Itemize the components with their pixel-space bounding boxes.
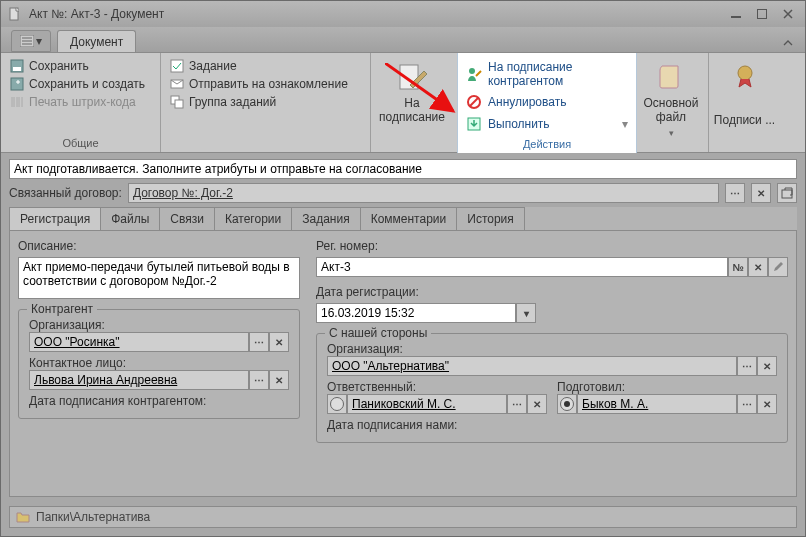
ellipsis-button[interactable]: ⋯ xyxy=(249,332,269,352)
linked-contract-row: Связанный договор: Договор №: Дог.-2 ⋯ ✕ xyxy=(1,183,805,207)
our-org-input[interactable] xyxy=(327,356,737,376)
minimize-button[interactable] xyxy=(725,6,747,22)
ellipsis-button[interactable]: ⋯ xyxy=(737,394,757,414)
print-barcode-button: Печать штрих-кода xyxy=(7,93,154,111)
clear-button[interactable]: ✕ xyxy=(527,394,547,414)
clear-button[interactable]: ✕ xyxy=(757,356,777,376)
reg-date-input[interactable] xyxy=(316,303,516,323)
svg-rect-15 xyxy=(171,60,183,72)
svg-point-24 xyxy=(738,66,752,80)
svg-rect-9 xyxy=(11,78,23,90)
contragent-org-input[interactable] xyxy=(29,332,249,352)
tab-categories[interactable]: Категории xyxy=(214,207,292,230)
chevron-down-icon: ▾ xyxy=(622,117,628,131)
reg-no-input[interactable] xyxy=(316,257,728,277)
folder-icon xyxy=(16,511,30,523)
svg-rect-1 xyxy=(731,16,741,18)
status-field xyxy=(9,159,797,179)
window-title: Акт №: Акт-3 - Документ xyxy=(29,7,721,21)
clear-button[interactable]: ✕ xyxy=(269,332,289,352)
open-button[interactable] xyxy=(777,183,797,203)
group-icon xyxy=(169,94,185,110)
scroll-icon xyxy=(654,60,688,94)
chevron-down-icon: ▾ xyxy=(669,128,674,138)
send-icon xyxy=(169,76,185,92)
sign-by-contragent-button[interactable]: На подписание контрагентом xyxy=(464,57,630,91)
svg-point-20 xyxy=(469,68,475,74)
tab-comments[interactable]: Комментарии xyxy=(360,207,458,230)
clear-button[interactable]: ✕ xyxy=(757,394,777,414)
ribbon-collapse-button[interactable] xyxy=(777,34,799,52)
clear-button[interactable]: ✕ xyxy=(751,183,771,203)
right-column: Рег. номер: № ✕ Дата регистрации: ▾ С на… xyxy=(316,239,788,488)
ellipsis-button[interactable]: ⋯ xyxy=(737,356,757,376)
medal-icon xyxy=(728,60,762,94)
prepared-input[interactable] xyxy=(577,394,737,414)
svg-rect-18 xyxy=(175,100,183,108)
ribbon-group-general: Сохранить Сохранить и создать Печать штр… xyxy=(1,53,161,152)
app-window: Акт №: Акт-3 - Документ ▾ Документ Сохра… xyxy=(0,0,806,537)
send-review-button[interactable]: Отправить на ознакомление xyxy=(167,75,364,93)
execute-icon xyxy=(466,116,482,132)
ribbon: Сохранить Сохранить и создать Печать штр… xyxy=(1,53,805,153)
save-icon xyxy=(9,58,25,74)
left-column: Описание: Контрагент Организация: ⋯ ✕ Ко… xyxy=(18,239,300,488)
document-icon xyxy=(7,6,23,22)
pencil-icon xyxy=(773,262,783,272)
tab-links[interactable]: Связи xyxy=(159,207,215,230)
svg-rect-26 xyxy=(782,190,792,198)
close-button[interactable] xyxy=(777,6,799,22)
linked-contract-field[interactable]: Договор №: Дог.-2 xyxy=(128,183,719,203)
edit-button[interactable] xyxy=(768,257,788,277)
title-bar: Акт №: Акт-3 - Документ xyxy=(1,1,805,27)
group-label-general: Общие xyxy=(7,135,154,152)
group-label-actions: Действия xyxy=(464,135,630,153)
description-input[interactable] xyxy=(18,257,300,299)
list-icon xyxy=(20,35,34,47)
tab-registration[interactable]: Регистрация xyxy=(9,207,101,230)
prepared-radio[interactable] xyxy=(557,394,577,414)
clear-button[interactable]: ✕ xyxy=(269,370,289,390)
contragent-group: Контрагент Организация: ⋯ ✕ Контактное л… xyxy=(18,309,300,419)
open-icon xyxy=(781,187,793,199)
task-group-button[interactable]: Группа заданий xyxy=(167,93,364,111)
path-bar[interactable]: Папки\Альтернатива xyxy=(9,506,797,528)
contact-input[interactable] xyxy=(29,370,249,390)
svg-rect-8 xyxy=(13,67,21,71)
ourside-group: С нашей стороны Организация: ⋯ ✕ Ответст… xyxy=(316,333,788,443)
status-input[interactable] xyxy=(9,159,797,179)
ribbon-tabstrip: ▾ Документ xyxy=(1,27,805,53)
sign-button[interactable]: На подписание xyxy=(371,53,453,152)
ellipsis-button[interactable]: ⋯ xyxy=(725,183,745,203)
main-file-button[interactable]: Основной файл ▾ xyxy=(633,53,708,152)
save-plus-icon xyxy=(9,76,25,92)
ribbon-tab-document[interactable]: Документ xyxy=(57,30,136,52)
maximize-button[interactable] xyxy=(751,6,773,22)
detail-tabstrip: Регистрация Файлы Связи Категории Задани… xyxy=(9,207,797,231)
tab-files[interactable]: Файлы xyxy=(100,207,160,230)
responsible-radio[interactable] xyxy=(327,394,347,414)
save-button[interactable]: Сохранить xyxy=(7,57,154,75)
responsible-input[interactable] xyxy=(347,394,507,414)
ellipsis-button[interactable]: ⋯ xyxy=(249,370,269,390)
ribbon-group-actions: На подписание контрагентом Аннулировать … xyxy=(457,53,637,153)
tab-tasks[interactable]: Задания xyxy=(291,207,360,230)
view-menu-button[interactable]: ▾ xyxy=(11,30,51,52)
clear-button[interactable]: ✕ xyxy=(748,257,768,277)
cancel-button[interactable]: Аннулировать xyxy=(464,91,630,113)
svg-rect-2 xyxy=(758,10,767,19)
dropdown-button[interactable]: ▾ xyxy=(516,303,536,323)
chevron-down-icon: ▾ xyxy=(36,34,42,48)
task-button[interactable]: Задание xyxy=(167,57,364,75)
execute-button[interactable]: Выполнить ▾ xyxy=(464,113,630,135)
linked-label: Связанный договор: xyxy=(9,186,122,200)
form-panel: Описание: Контрагент Организация: ⋯ ✕ Ко… xyxy=(9,231,797,497)
save-and-create-button[interactable]: Сохранить и создать xyxy=(7,75,154,93)
signatures-button[interactable]: Подписи ... xyxy=(708,53,780,152)
svg-line-22 xyxy=(470,98,478,106)
tab-history[interactable]: История xyxy=(456,207,525,230)
prohibit-icon xyxy=(466,94,482,110)
number-button[interactable]: № xyxy=(728,257,748,277)
ellipsis-button[interactable]: ⋯ xyxy=(507,394,527,414)
barcode-icon xyxy=(9,94,25,110)
